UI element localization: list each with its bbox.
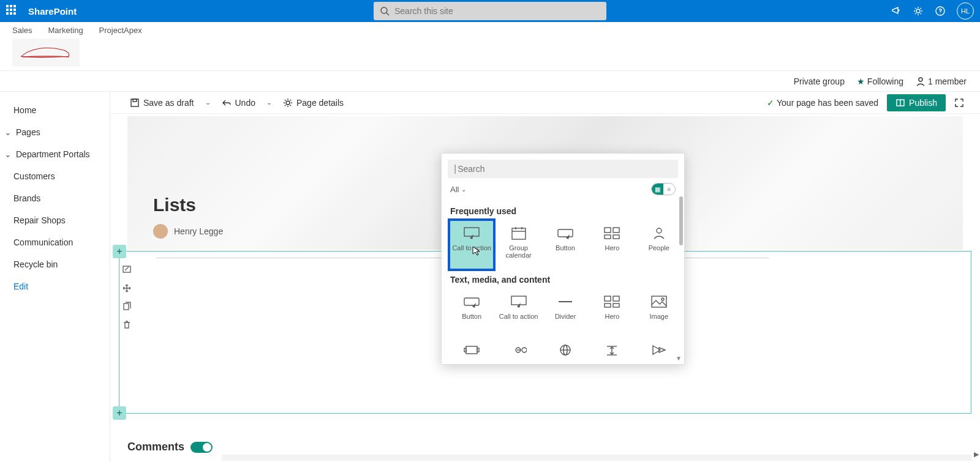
wp-button[interactable]: Button	[544, 221, 587, 269]
publish-button[interactable]: Publish	[887, 94, 946, 111]
image-icon	[650, 294, 668, 309]
chevron-down-icon: ⌄	[461, 186, 466, 193]
follow-button[interactable]: ★ Following	[857, 76, 903, 86]
app-launcher-icon[interactable]	[6, 5, 18, 17]
horizontal-scrollbar[interactable]	[222, 455, 971, 461]
picker-view-toggle[interactable]: ▦ ≡	[651, 183, 676, 195]
svg-rect-13	[512, 228, 526, 239]
svg-rect-28	[464, 298, 479, 305]
move-section-icon[interactable]	[122, 283, 132, 296]
wp-image[interactable]: Image	[638, 289, 680, 337]
expand-icon[interactable]	[954, 98, 964, 108]
hero-icon	[603, 226, 620, 240]
saved-status: ✓ Your page has been saved	[767, 98, 878, 108]
spacer-icon	[603, 345, 620, 357]
duplicate-section-icon[interactable]	[122, 302, 132, 314]
page-details-button[interactable]: Page details	[279, 95, 347, 110]
scroll-right-arrow[interactable]: ▶	[974, 450, 979, 458]
nav-pages[interactable]: ⌄ Pages	[0, 121, 110, 143]
comments-toggle[interactable]	[190, 442, 213, 453]
svg-rect-23	[605, 228, 611, 233]
svg-rect-24	[613, 228, 619, 233]
edit-section-icon[interactable]	[122, 265, 132, 277]
undo-button[interactable]: Undo	[218, 95, 259, 110]
wp-divider[interactable]: Divider	[544, 289, 587, 337]
add-section-bottom[interactable]: +	[113, 406, 126, 420]
svg-rect-35	[652, 296, 666, 307]
button-icon	[557, 226, 574, 240]
svg-rect-38	[464, 348, 466, 352]
gallery-icon	[463, 345, 480, 356]
hero-icon	[603, 294, 620, 309]
nav-edit[interactable]: Edit	[0, 275, 110, 297]
divider-icon	[557, 294, 574, 309]
save-draft-chevron[interactable]: ⌄	[203, 99, 213, 106]
site-logo[interactable]	[12, 39, 80, 67]
save-draft-button[interactable]: Save as draft	[126, 95, 198, 110]
wp-gallery[interactable]	[450, 340, 493, 358]
nav-communication[interactable]: Communication	[0, 231, 110, 253]
svg-point-36	[662, 298, 664, 300]
megaphone-icon[interactable]	[891, 6, 902, 17]
svg-rect-10	[123, 266, 130, 272]
nav-department-portals[interactable]: ⌄ Department Portals	[0, 143, 110, 165]
chevron-down-icon: ⌄	[4, 127, 12, 137]
svg-rect-12	[464, 228, 479, 236]
nav-brands[interactable]: Brands	[0, 187, 110, 209]
wp-group-calendar[interactable]: Group calendar	[497, 221, 540, 269]
undo-chevron[interactable]: ⌄	[264, 99, 274, 106]
picker-scroll-down[interactable]: ▼	[676, 355, 682, 362]
wp-hero[interactable]: Hero	[590, 221, 633, 269]
wp-call-to-action[interactable]: Call to action	[450, 221, 493, 269]
picker-section-frequent: Frequently used	[450, 206, 680, 216]
side-nav: Home ⌄ Pages ⌄ Department Portals Custom…	[0, 92, 110, 462]
list-view-icon: ≡	[663, 184, 675, 195]
hub-links: Sales Marketing ProjectApex	[12, 26, 968, 35]
wp-people[interactable]: People	[638, 221, 680, 269]
picker-scrollbar[interactable]	[679, 196, 683, 245]
settings-icon[interactable]	[913, 6, 924, 17]
search-icon	[380, 6, 390, 16]
svg-rect-33	[605, 304, 611, 307]
hub-link-projectapex[interactable]: ProjectApex	[99, 26, 142, 35]
nav-customers[interactable]: Customers	[0, 165, 110, 187]
grid-view-icon: ▦	[652, 184, 663, 195]
wp-stream[interactable]	[638, 340, 680, 358]
svg-point-27	[657, 228, 662, 233]
user-avatar[interactable]: HL	[957, 2, 974, 20]
nav-recycle-bin[interactable]: Recycle bin	[0, 253, 110, 275]
wp-button-2[interactable]: Button	[450, 289, 493, 337]
add-section-top[interactable]: +	[113, 245, 126, 258]
svg-rect-31	[605, 296, 611, 301]
search-box[interactable]	[374, 2, 606, 20]
svg-point-0	[381, 7, 387, 13]
save-icon	[130, 98, 140, 108]
wp-call-to-action-2[interactable]: Call to action	[497, 289, 540, 337]
check-icon: ✓	[767, 98, 774, 108]
picker-search-box[interactable]: |	[448, 160, 678, 178]
help-icon[interactable]	[935, 6, 946, 17]
delete-section-icon[interactable]	[122, 320, 132, 332]
members-link[interactable]: 1 member	[916, 76, 967, 86]
picker-search-input[interactable]	[458, 164, 672, 174]
svg-rect-6	[133, 99, 137, 102]
wp-embed[interactable]	[544, 340, 587, 358]
search-input[interactable]	[394, 6, 600, 16]
wp-hero-2[interactable]: Hero	[590, 289, 633, 337]
chevron-down-icon: ⌄	[4, 149, 12, 159]
nav-repair-shops[interactable]: Repair Shops	[0, 209, 110, 231]
person-icon	[916, 76, 925, 86]
wp-link[interactable]	[497, 340, 540, 358]
wp-spacer[interactable]	[590, 340, 633, 358]
hub-link-marketing[interactable]: Marketing	[48, 26, 83, 35]
picker-filter-all[interactable]: All ⌄	[450, 185, 466, 194]
picker-body[interactable]: Frequently used Call to action Group cal…	[442, 200, 684, 364]
hub-link-sales[interactable]: Sales	[12, 26, 32, 35]
app-name[interactable]: SharePoint	[28, 6, 77, 17]
link-icon	[510, 345, 527, 356]
nav-home[interactable]: Home	[0, 99, 110, 121]
page-title[interactable]: Lists	[153, 195, 223, 215]
suite-bar: SharePoint HL	[0, 0, 980, 22]
picker-section-text: Text, media, and content	[450, 275, 680, 285]
command-bar: Save as draft ⌄ Undo ⌄ Page details ✓ Yo…	[110, 92, 980, 114]
